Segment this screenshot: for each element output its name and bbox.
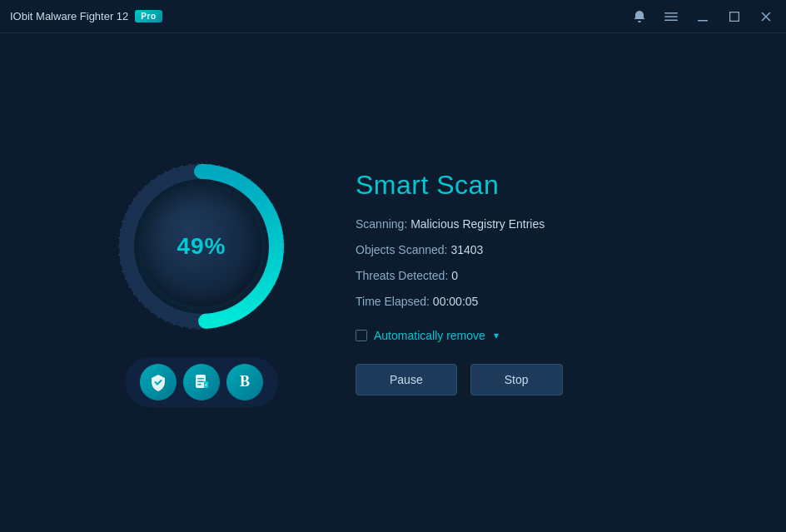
threats-row: Threats Detected: 0 (356, 267, 672, 285)
maximize-button[interactable] (724, 7, 744, 27)
svg-rect-13 (197, 384, 201, 385)
threats-value: 0 (451, 269, 458, 282)
close-icon (761, 12, 771, 22)
app-title: IObit Malware Fighter 12 (10, 10, 128, 22)
document-icon-button[interactable]: ≡ (183, 364, 220, 400)
time-label: Time Elapsed: (356, 295, 433, 308)
minimize-button[interactable] (693, 7, 713, 27)
minimize-icon (698, 12, 708, 22)
svg-rect-0 (664, 12, 678, 14)
left-section: 49% ≡ B (114, 159, 289, 407)
shield-icon (149, 373, 167, 391)
scanning-row: Scanning: Malicious Registry Entries (356, 216, 672, 233)
objects-value: 31403 (450, 243, 483, 256)
objects-row: Objects Scanned: 31403 (356, 241, 672, 259)
bell-icon (633, 10, 646, 23)
progress-circle-inner: 49% (142, 186, 262, 306)
scan-info: Scanning: Malicious Registry Entries Obj… (356, 216, 672, 311)
objects-label: Objects Scanned: (356, 243, 450, 256)
b-icon-button[interactable]: B (226, 364, 263, 400)
title-bar-left: IObit Malware Fighter 12 Pro (10, 10, 162, 22)
auto-remove-label[interactable]: Automatically remove (374, 329, 485, 342)
action-buttons: Pause Stop (356, 364, 672, 395)
menu-button[interactable] (661, 7, 681, 27)
time-row: Time Elapsed: 00:00:05 (356, 293, 672, 311)
auto-remove-row[interactable]: Automatically remove ▾ (356, 329, 672, 342)
svg-rect-3 (698, 20, 708, 22)
threats-label: Threats Detected: (356, 269, 451, 282)
svg-rect-11 (197, 378, 204, 380)
bottom-icon-bar: ≡ B (125, 357, 278, 407)
maximize-icon (729, 12, 739, 22)
close-button[interactable] (756, 7, 776, 27)
main-content: 49% ≡ B (0, 33, 786, 532)
stop-button[interactable]: Stop (470, 364, 563, 395)
chevron-down-icon[interactable]: ▾ (494, 330, 499, 341)
svg-rect-4 (730, 12, 739, 21)
pro-badge: Pro (135, 10, 162, 22)
auto-remove-checkbox[interactable] (356, 330, 367, 341)
document-icon: ≡ (192, 373, 211, 391)
svg-rect-1 (664, 16, 678, 17)
time-value: 00:00:05 (433, 295, 479, 308)
scan-percentage: 49% (177, 233, 226, 260)
title-bar-controls (629, 7, 776, 27)
notification-bell-button[interactable] (629, 7, 649, 27)
hamburger-icon (664, 10, 678, 23)
shield-icon-button[interactable] (140, 364, 177, 400)
b-letter-icon: B (240, 373, 250, 390)
pause-button[interactable]: Pause (356, 364, 457, 395)
progress-circle-container: 49% (114, 159, 289, 334)
scanning-value: Malicious Registry Entries (410, 217, 545, 231)
svg-rect-2 (664, 19, 678, 21)
title-bar: IObit Malware Fighter 12 Pro (0, 0, 786, 33)
right-section: Smart Scan Scanning: Malicious Registry … (356, 170, 672, 395)
svg-rect-12 (197, 380, 204, 382)
scanning-label: Scanning: (356, 217, 410, 231)
scan-title: Smart Scan (356, 170, 672, 201)
svg-text:≡: ≡ (205, 382, 207, 387)
